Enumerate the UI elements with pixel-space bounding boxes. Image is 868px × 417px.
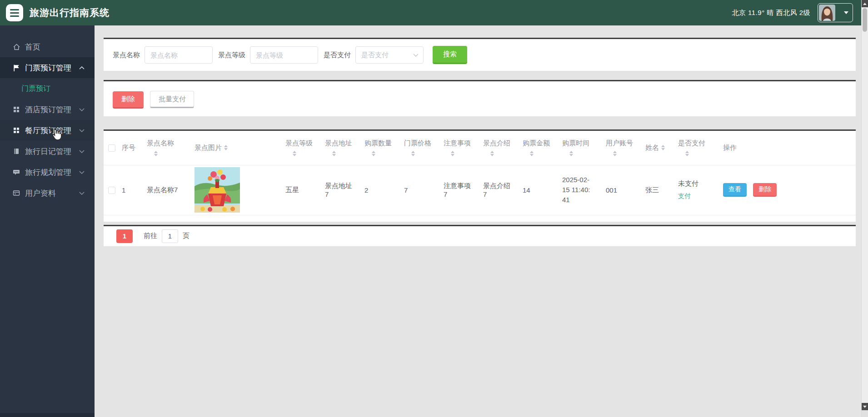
chevron-down-icon	[413, 54, 419, 57]
main-content: 景点名称 景点等级 是否支付 是否支付 搜索 删除	[95, 25, 861, 417]
vertical-scrollbar[interactable]	[861, 0, 868, 417]
col-header-paid: 是否支付	[678, 139, 705, 148]
sidebar-item-ticket-booking-management[interactable]: 门票预订管理	[0, 57, 95, 78]
col-header-time: 购票时间	[562, 139, 589, 148]
sort-caret-icon[interactable]	[154, 151, 158, 156]
sidebar-item-travel-diary-management[interactable]: 旅行日记管理	[0, 141, 95, 162]
sidebar-item-label: 首页	[25, 42, 40, 52]
sort-caret-icon[interactable]	[224, 145, 228, 150]
grid-icon	[13, 106, 20, 114]
book-icon	[13, 148, 20, 155]
cell-quantity: 2	[360, 165, 399, 215]
sort-caret-icon[interactable]	[372, 151, 375, 156]
filter-grade-label: 景点等级	[218, 51, 245, 60]
cell-price: 7	[399, 165, 439, 215]
sort-caret-icon[interactable]	[530, 151, 534, 156]
col-header-image: 景点图片	[195, 144, 222, 152]
col-header-price: 门票价格	[404, 139, 431, 148]
scroll-down-icon[interactable]	[862, 403, 868, 410]
col-header-username: 姓名	[645, 144, 659, 152]
user-menu[interactable]	[818, 3, 853, 22]
row-checkbox[interactable]	[108, 187, 115, 194]
weather-status: 北京 11.9° 晴 西北风 2级	[732, 9, 810, 17]
col-header-notes: 注意事项	[444, 139, 471, 148]
sidebar-item-user-profile[interactable]: 用户资料	[0, 183, 95, 204]
table-card: 序号 景点名称 景点图片 景点等级 景点地址 购票数量 门票价格 注意事项 景点…	[104, 129, 856, 222]
row-delete-button[interactable]: 删除	[753, 183, 777, 197]
search-button[interactable]: 搜索	[433, 46, 467, 64]
scroll-up-icon[interactable]	[862, 0, 868, 7]
batch-pay-button[interactable]: 批量支付	[150, 91, 194, 108]
select-all-checkbox[interactable]	[108, 144, 115, 152]
sort-caret-icon[interactable]	[451, 151, 454, 156]
grid-icon	[13, 127, 20, 134]
filter-grade-input[interactable]	[250, 46, 318, 64]
toolbar-card: 删除 批量支付	[104, 80, 856, 116]
cell-username: 张三	[641, 165, 673, 215]
page-button-1[interactable]: 1	[116, 229, 133, 243]
cell-grade: 五星	[281, 165, 320, 215]
goto-page-input[interactable]	[162, 229, 178, 243]
hamburger-menu-icon[interactable]	[6, 4, 23, 21]
col-header-name: 景点名称	[147, 139, 174, 148]
sidebar-item-hotel-booking-management[interactable]: 酒店预订管理	[0, 99, 95, 120]
delete-button[interactable]: 删除	[113, 91, 144, 109]
sort-caret-icon[interactable]	[411, 151, 415, 156]
cell-index: 1	[117, 165, 142, 215]
sort-caret-icon[interactable]	[490, 151, 494, 156]
sidebar-item-travel-planning-management[interactable]: 旅行规划管理	[0, 162, 95, 183]
sidebar-item-label: 用户资料	[25, 188, 56, 199]
chevron-down-icon	[79, 171, 85, 174]
view-button[interactable]: 查看	[723, 183, 747, 197]
sort-caret-icon[interactable]	[332, 151, 336, 156]
page-unit-label: 页	[183, 232, 190, 240]
filter-paid-select[interactable]: 是否支付	[355, 46, 424, 64]
sidebar-item-label: 酒店预订管理	[25, 104, 71, 115]
chevron-down-icon	[79, 129, 85, 132]
search-filter-card: 景点名称 景点等级 是否支付 是否支付 搜索	[104, 38, 856, 71]
chevron-down-icon	[79, 108, 85, 111]
sort-caret-icon[interactable]	[569, 151, 573, 156]
avatar[interactable]	[819, 5, 835, 21]
sidebar-item-label: 餐厅预订管理	[25, 125, 71, 136]
cell-notes: 注意事项7	[439, 165, 479, 215]
scrollbar-track[interactable]	[862, 7, 868, 403]
chevron-down-icon	[79, 150, 85, 153]
profile-card-icon	[13, 189, 20, 197]
sidebar-item-restaurant-booking-management[interactable]: 餐厅预订管理	[0, 120, 95, 141]
col-header-address: 景点地址	[325, 139, 352, 148]
filter-name-label: 景点名称	[113, 51, 140, 60]
scrollbar-corner	[862, 410, 868, 417]
filter-paid-label: 是否支付	[324, 51, 351, 60]
sort-caret-icon[interactable]	[661, 145, 665, 150]
sidebar-item-label: 旅行日记管理	[25, 146, 71, 157]
scrollbar-thumb[interactable]	[863, 8, 867, 32]
home-icon	[13, 43, 20, 51]
sort-caret-icon[interactable]	[613, 151, 617, 156]
sort-caret-icon[interactable]	[293, 151, 296, 156]
cell-name: 景点名称7	[142, 165, 190, 215]
sort-caret-icon[interactable]	[685, 151, 689, 156]
col-header-account: 用户账号	[606, 139, 633, 148]
cell-intro: 景点介绍7	[479, 165, 518, 215]
sidebar-subitem-ticket-booking[interactable]: 门票预订	[0, 78, 95, 99]
pagination-card: 1 前往 页	[104, 225, 856, 246]
attraction-photo[interactable]	[195, 167, 240, 213]
filter-name-input[interactable]	[145, 46, 213, 64]
cell-address: 景点地址7	[320, 165, 360, 215]
col-header-amount: 购票金额	[523, 139, 550, 148]
sidebar: 首页 门票预订管理 门票预订 酒店预订管理	[0, 25, 95, 417]
col-header-intro: 景点介绍	[483, 139, 510, 148]
cell-amount: 14	[518, 165, 558, 215]
table-row: 1 景点名称7	[104, 165, 856, 215]
chat-icon	[13, 169, 20, 176]
bookings-table: 序号 景点名称 景点图片 景点等级 景点地址 购票数量 门票价格 注意事项 景点…	[104, 131, 856, 215]
paid-status: 未支付	[678, 179, 712, 188]
col-header-quantity: 购票数量	[364, 139, 392, 148]
app-title: 旅游出行指南系统	[30, 6, 110, 19]
table-header-row: 序号 景点名称 景点图片 景点等级 景点地址 购票数量 门票价格 注意事项 景点…	[104, 131, 856, 165]
chevron-down-icon	[844, 11, 848, 14]
pay-link[interactable]: 支付	[678, 192, 691, 199]
sidebar-item-home[interactable]: 首页	[0, 36, 95, 57]
filter-paid-select-placeholder: 是否支付	[361, 51, 389, 60]
